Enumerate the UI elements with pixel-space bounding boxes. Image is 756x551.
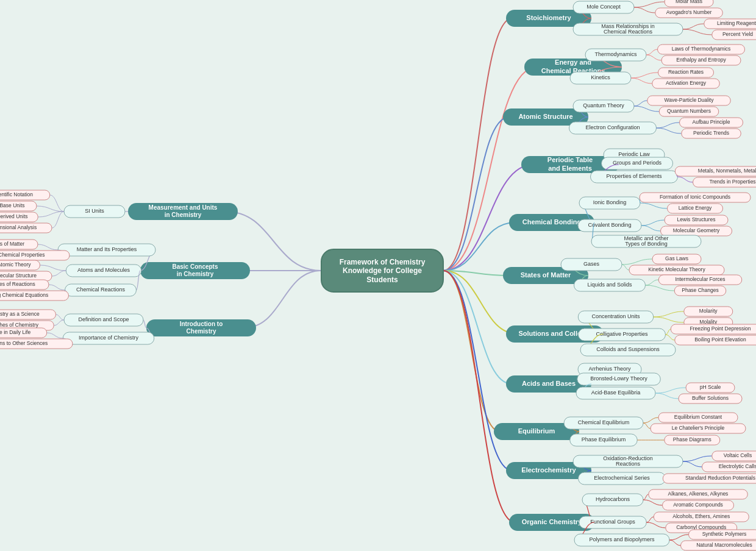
svg-text:Percent Yield: Percent Yield: [722, 31, 753, 37]
svg-text:Ionic Bonding: Ionic Bonding: [593, 199, 627, 205]
svg-text:Freezing Point Depression: Freezing Point Depression: [690, 325, 751, 332]
svg-text:Molecular Geometry: Molecular Geometry: [673, 227, 720, 233]
svg-text:Periodic Tableand Elements: Periodic Tableand Elements: [547, 156, 593, 171]
svg-text:Basic Conceptsin Chemistry: Basic Conceptsin Chemistry: [172, 263, 218, 277]
svg-text:Properties of Elements: Properties of Elements: [606, 173, 662, 179]
svg-text:Aromatic Compounds: Aromatic Compounds: [673, 502, 723, 508]
svg-text:States of Matter: States of Matter: [0, 241, 24, 247]
svg-text:Colligative Properties: Colligative Properties: [596, 331, 648, 337]
svg-text:Buffer Solutions: Buffer Solutions: [692, 395, 729, 401]
svg-text:Quantum Numbers: Quantum Numbers: [667, 108, 711, 114]
svg-text:Phase Changes: Phase Changes: [682, 287, 719, 293]
svg-text:Importance of Chemistry: Importance of Chemistry: [79, 335, 139, 341]
svg-text:Equilibrium: Equilibrium: [518, 427, 555, 435]
svg-text:Equilibrium Constant: Equilibrium Constant: [674, 414, 722, 420]
svg-text:Mole Concept: Mole Concept: [587, 4, 621, 10]
svg-text:Phase Diagrams: Phase Diagrams: [673, 436, 711, 443]
svg-text:Electrochemical Series: Electrochemical Series: [594, 475, 650, 481]
svg-text:Electrolytic Calls: Electrolytic Calls: [719, 463, 756, 469]
mindmap: StoichiometryMole ConceptMolar MassAvoga…: [0, 0, 756, 551]
svg-text:Hydrocarbons: Hydrocarbons: [596, 496, 630, 502]
svg-text:Atomic Theory: Atomic Theory: [0, 261, 31, 268]
svg-text:Quantum Theory: Quantum Theory: [583, 102, 624, 108]
svg-text:Thermodynamics: Thermodynamics: [594, 51, 637, 57]
svg-text:Chemical Reactions: Chemical Reactions: [76, 286, 126, 293]
svg-text:Enthalpy and Entropy: Enthalpy and Entropy: [676, 57, 726, 63]
svg-text:Atomic Structure: Atomic Structure: [518, 113, 572, 120]
svg-text:Role in Daily Life: Role in Daily Life: [0, 329, 30, 335]
svg-text:States of Matter: States of Matter: [521, 271, 571, 279]
svg-text:Limiting Reagents: Limiting Reagents: [717, 20, 756, 26]
svg-text:Lewis Structures: Lewis Structures: [677, 216, 716, 222]
svg-text:Aufbau Principle: Aufbau Principle: [693, 119, 730, 125]
svg-text:Gases: Gases: [583, 261, 600, 267]
svg-text:Avogadro's Number: Avogadro's Number: [666, 9, 712, 15]
svg-text:Reaction Rates: Reaction Rates: [668, 69, 704, 75]
svg-text:Physical and Chemical Properti: Physical and Chemical Properties: [0, 252, 45, 258]
svg-text:Definition and Scope: Definition and Scope: [78, 316, 129, 322]
svg-text:Chemical Bonding: Chemical Bonding: [522, 218, 582, 226]
svg-text:Standard Reduction Potentials: Standard Reduction Potentials: [685, 475, 755, 481]
svg-text:Lattice Energy: Lattice Energy: [679, 205, 712, 211]
svg-text:Alkanes, Alkenes, Alkynes: Alkanes, Alkenes, Alkynes: [668, 491, 729, 497]
svg-text:Chemical Equilibrium: Chemical Equilibrium: [578, 419, 630, 425]
svg-text:Kinetics: Kinetics: [591, 74, 610, 80]
svg-text:Atoms and Molecules: Atoms and Molecules: [77, 267, 130, 273]
svg-text:Electron Configuration: Electron Configuration: [585, 124, 640, 130]
svg-text:Activation Energy: Activation Energy: [666, 80, 707, 86]
svg-text:Laws of Thermodynamics: Laws of Thermodynamics: [672, 46, 731, 52]
svg-text:Bronsted-Lowry Theory: Bronsted-Lowry Theory: [590, 375, 647, 382]
svg-text:Balancing Chemical Equations: Balancing Chemical Equations: [0, 292, 48, 298]
svg-text:Stoichiometry: Stoichiometry: [526, 14, 571, 21]
svg-text:Acid-Base Equilibria: Acid-Base Equilibria: [591, 389, 641, 396]
svg-text:Covalent Bonding: Covalent Bonding: [588, 222, 631, 228]
svg-text:Metals, Nonmetals, Metalloids: Metals, Nonmetals, Metalloids: [698, 168, 756, 174]
svg-text:Wave-Particle Duality: Wave-Particle Duality: [665, 97, 715, 103]
svg-text:Periodic Trends: Periodic Trends: [693, 130, 729, 136]
svg-text:Base Units: Base Units: [0, 202, 25, 208]
svg-text:Boiling Point Elevation: Boiling Point Elevation: [694, 336, 746, 343]
svg-text:Groups and Periods: Groups and Periods: [613, 160, 662, 166]
svg-text:Dimensional Analysis: Dimensional Analysis: [0, 224, 37, 230]
svg-text:Arrhenius Theory: Arrhenius Theory: [589, 366, 631, 372]
svg-text:Liquids and Solids: Liquids and Solids: [587, 282, 632, 288]
svg-text:Natural Macromolecules: Natural Macromolecules: [696, 542, 752, 548]
svg-text:Electrochemistry: Electrochemistry: [521, 466, 576, 474]
svg-text:Branches of Chemistry: Branches of Chemistry: [0, 322, 39, 328]
svg-text:Kinetic Molecular Theory: Kinetic Molecular Theory: [648, 266, 705, 272]
svg-text:Le Chatelier's Principle: Le Chatelier's Principle: [672, 425, 725, 431]
svg-text:Concentration Units: Concentration Units: [591, 313, 640, 319]
svg-text:Synthetic Polymers: Synthetic Polymers: [702, 531, 747, 537]
svg-text:Intermolecular Forces: Intermolecular Forces: [675, 276, 725, 282]
svg-text:Molar Mass: Molar Mass: [676, 0, 702, 4]
svg-text:pH Scale: pH Scale: [700, 384, 721, 390]
svg-text:Contributions to Other Science: Contributions to Other Sciences: [0, 340, 48, 346]
svg-text:Voltaic Cells: Voltaic Cells: [724, 452, 752, 458]
svg-text:Gas Laws: Gas Laws: [665, 255, 688, 261]
svg-text:Polymers and Biopolymers: Polymers and Biopolymers: [589, 536, 655, 542]
svg-text:Colloids and Suspensions: Colloids and Suspensions: [596, 346, 660, 352]
svg-text:Periodic Law: Periodic Law: [618, 151, 650, 157]
svg-text:Molarity: Molarity: [699, 308, 718, 314]
svg-text:Organic Chemistry: Organic Chemistry: [522, 518, 582, 525]
svg-text:Functional Groups: Functional Groups: [590, 519, 635, 525]
svg-text:Phase Equilibrium: Phase Equilibrium: [582, 436, 626, 443]
svg-text:Alcohols, Ethers, Amines: Alcohols, Ethers, Amines: [672, 513, 730, 519]
svg-text:Acids and Bases: Acids and Bases: [522, 380, 576, 387]
svg-text:Trends in Properties: Trends in Properties: [709, 179, 755, 185]
svg-text:Matter and Its Properties: Matter and Its Properties: [77, 246, 137, 252]
svg-text:Scientific Notation: Scientific Notation: [0, 191, 33, 197]
svg-text:Molecular Structure: Molecular Structure: [0, 272, 37, 279]
svg-text:Mass Relationships inChemical : Mass Relationships inChemical Reactions: [601, 23, 655, 35]
svg-text:Metallic and OtherTypes of Bon: Metallic and OtherTypes of Bonding: [624, 235, 668, 247]
svg-text:Chemistry as a Science: Chemistry as a Science: [0, 311, 40, 317]
svg-text:Types of Reactions: Types of Reactions: [0, 281, 35, 287]
svg-text:Derived Units: Derived Units: [0, 213, 28, 219]
svg-text:Formation of Ionic Compounds: Formation of Ionic Compounds: [660, 194, 730, 200]
svg-text:SI Units: SI Units: [85, 208, 104, 214]
